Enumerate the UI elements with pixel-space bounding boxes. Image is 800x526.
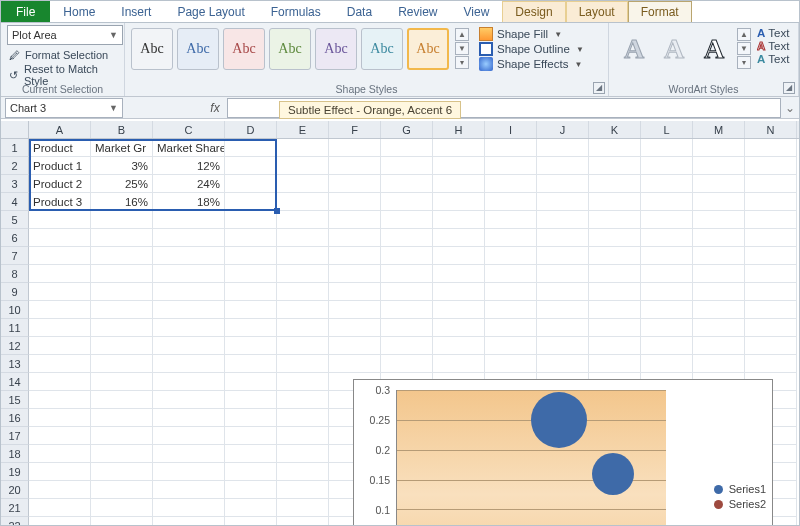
chart-bubble[interactable] — [592, 453, 634, 495]
cell[interactable] — [91, 409, 153, 427]
col-header[interactable]: J — [537, 121, 589, 138]
shape-outline-button[interactable]: Shape Outline ▼ — [479, 42, 584, 56]
cell[interactable] — [225, 301, 277, 319]
cell[interactable] — [153, 283, 225, 301]
cell[interactable] — [277, 247, 329, 265]
cell[interactable] — [225, 337, 277, 355]
cell[interactable] — [381, 175, 433, 193]
cell[interactable] — [745, 247, 797, 265]
cell[interactable] — [381, 157, 433, 175]
cell[interactable] — [225, 373, 277, 391]
cell[interactable] — [153, 409, 225, 427]
cell[interactable] — [329, 265, 381, 283]
col-header[interactable]: L — [641, 121, 693, 138]
row-header[interactable]: 13 — [1, 355, 29, 373]
cell[interactable] — [693, 355, 745, 373]
row-header[interactable]: 22 — [1, 517, 29, 525]
wordart-swatch[interactable]: A — [615, 28, 653, 70]
cell[interactable] — [91, 355, 153, 373]
cell[interactable] — [589, 247, 641, 265]
cell[interactable] — [277, 481, 329, 499]
cell[interactable] — [693, 157, 745, 175]
tab-home[interactable]: Home — [50, 1, 108, 22]
cell[interactable] — [225, 229, 277, 247]
cell[interactable] — [745, 265, 797, 283]
col-header[interactable]: B — [91, 121, 153, 138]
cell[interactable]: Product 2 — [29, 175, 91, 193]
chart-elements-combo[interactable]: Plot Area ▼ — [7, 25, 123, 45]
cell[interactable] — [537, 157, 589, 175]
cell[interactable] — [693, 283, 745, 301]
cell[interactable] — [589, 355, 641, 373]
shape-effects-button[interactable]: Shape Effects ▼ — [479, 57, 584, 71]
cell[interactable] — [693, 337, 745, 355]
name-box[interactable]: Chart 3 ▼ — [5, 98, 123, 118]
cell[interactable]: 16% — [91, 193, 153, 211]
cell[interactable] — [589, 319, 641, 337]
cell[interactable] — [537, 139, 589, 157]
cell[interactable] — [225, 193, 277, 211]
cell[interactable] — [641, 301, 693, 319]
cell[interactable] — [381, 355, 433, 373]
cell[interactable] — [485, 157, 537, 175]
cell[interactable] — [329, 211, 381, 229]
cell[interactable] — [641, 355, 693, 373]
row-header[interactable]: 14 — [1, 373, 29, 391]
cell[interactable] — [153, 391, 225, 409]
cell[interactable] — [641, 247, 693, 265]
cell[interactable] — [693, 211, 745, 229]
shape-style-swatch[interactable]: Abc — [131, 28, 173, 70]
cell[interactable] — [329, 337, 381, 355]
cell[interactable] — [29, 247, 91, 265]
cell[interactable] — [153, 301, 225, 319]
cell[interactable] — [277, 265, 329, 283]
cell[interactable] — [433, 265, 485, 283]
cell[interactable] — [589, 283, 641, 301]
cell[interactable] — [485, 247, 537, 265]
cell[interactable] — [589, 157, 641, 175]
cell[interactable] — [225, 517, 277, 525]
row-header[interactable]: 1 — [1, 139, 29, 157]
cell[interactable] — [693, 301, 745, 319]
cell[interactable] — [277, 283, 329, 301]
formula-bar-expand[interactable]: ⌄ — [781, 101, 799, 115]
cell[interactable] — [225, 499, 277, 517]
tab-formulas[interactable]: Formulas — [258, 1, 334, 22]
shape-style-swatch[interactable]: Abc — [269, 28, 311, 70]
cell[interactable]: 18% — [153, 193, 225, 211]
col-header[interactable]: N — [745, 121, 797, 138]
cell[interactable] — [153, 481, 225, 499]
embedded-chart[interactable]: 0.3 0.25 0.2 0.15 0.1 0.05 0 -0.05 — [353, 379, 773, 525]
cell[interactable] — [29, 229, 91, 247]
cell[interactable] — [29, 427, 91, 445]
cell[interactable] — [29, 463, 91, 481]
shape-gallery-scroll[interactable]: ▲ ▼ ▾ — [455, 28, 469, 70]
cell[interactable] — [153, 499, 225, 517]
col-header[interactable]: M — [693, 121, 745, 138]
range-handle[interactable] — [274, 208, 280, 214]
cell[interactable] — [277, 373, 329, 391]
cell[interactable] — [433, 157, 485, 175]
cell[interactable] — [153, 211, 225, 229]
cell[interactable] — [29, 409, 91, 427]
cell[interactable] — [693, 265, 745, 283]
cell[interactable] — [277, 175, 329, 193]
cell[interactable] — [153, 337, 225, 355]
cell[interactable]: 3% — [91, 157, 153, 175]
cell[interactable] — [91, 517, 153, 525]
cell[interactable] — [485, 139, 537, 157]
cell[interactable] — [381, 337, 433, 355]
cell[interactable] — [485, 265, 537, 283]
cell[interactable] — [433, 139, 485, 157]
cell[interactable] — [29, 265, 91, 283]
row-header[interactable]: 9 — [1, 283, 29, 301]
cell[interactable]: 25% — [91, 175, 153, 193]
shape-style-swatch[interactable]: Abc — [177, 28, 219, 70]
cell[interactable] — [537, 337, 589, 355]
shape-style-swatch[interactable]: Abc — [223, 28, 265, 70]
cell[interactable] — [91, 481, 153, 499]
row-header[interactable]: 20 — [1, 481, 29, 499]
chart-plot-area[interactable] — [396, 390, 666, 525]
cell[interactable] — [485, 283, 537, 301]
select-all-corner[interactable] — [1, 121, 29, 138]
